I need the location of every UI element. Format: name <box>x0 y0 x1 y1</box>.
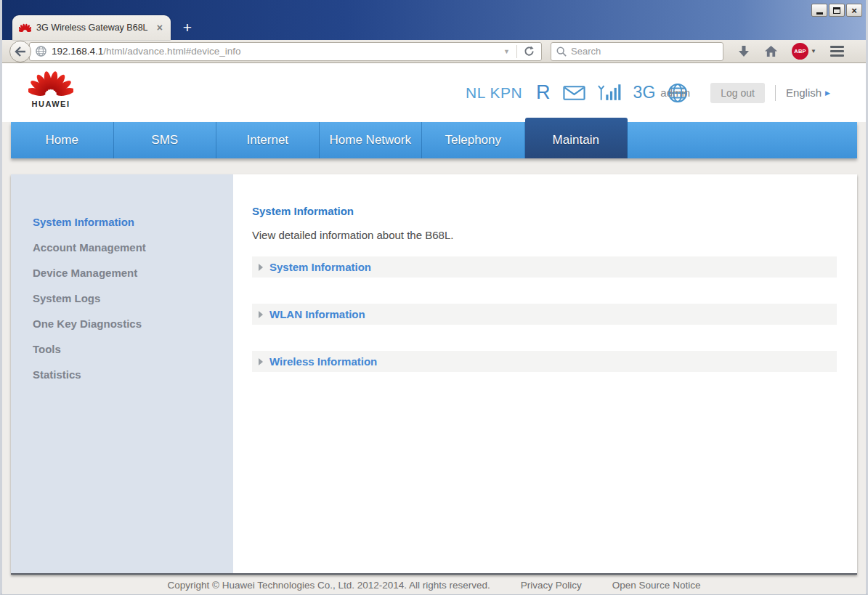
accordion-label: WLAN Information <box>269 308 365 320</box>
main-navigation: Home SMS Internet Home Network Telephony… <box>11 122 857 158</box>
language-label: English <box>786 86 822 99</box>
accordion-label: Wireless Information <box>269 355 377 368</box>
close-icon: × <box>851 7 857 15</box>
search-box[interactable] <box>551 42 723 61</box>
address-bar[interactable]: 192.168.4.1/html/advance.html#device_inf… <box>29 42 542 61</box>
accordion-wireless-information[interactable]: Wireless Information <box>252 351 837 372</box>
maximize-button[interactable] <box>829 4 845 17</box>
adblock-caret-icon: ▼ <box>811 48 816 54</box>
nav-item-home[interactable]: Home <box>11 122 114 158</box>
nav-item-sms[interactable]: SMS <box>114 122 217 158</box>
page-footer: Copyright © Huawei Technologies Co., Ltd… <box>2 575 866 595</box>
downloads-button[interactable] <box>737 45 750 58</box>
signal-strength-icon <box>598 84 621 102</box>
sidebar-item-system-logs[interactable]: System Logs <box>11 286 233 311</box>
adblock-button[interactable]: ABP ▼ <box>792 43 816 60</box>
minimize-icon <box>816 12 823 15</box>
accordion-system-information[interactable]: System Information <box>252 256 837 278</box>
favicon-huawei-icon <box>19 23 31 32</box>
back-button[interactable] <box>9 41 31 62</box>
site-header: HUAWEI NL KPN R <box>2 63 866 122</box>
sidebar-item-statistics[interactable]: Statistics <box>11 362 233 387</box>
new-tab-button[interactable]: + <box>177 17 198 38</box>
home-button[interactable] <box>764 45 778 57</box>
minimize-button[interactable] <box>811 4 827 17</box>
chevron-right-icon <box>259 264 263 271</box>
chevron-right-icon <box>259 358 263 365</box>
close-button[interactable]: × <box>846 4 862 17</box>
back-arrow-icon <box>15 46 26 57</box>
download-icon <box>737 45 750 58</box>
maximize-icon <box>833 7 840 14</box>
logout-button[interactable]: Log out <box>710 83 765 103</box>
sidebar-item-account-management[interactable]: Account Management <box>11 235 233 260</box>
status-indicators: NL KPN R 3G <box>466 63 688 122</box>
reload-icon <box>524 46 535 57</box>
content-area: System Information Account Management De… <box>11 174 857 575</box>
nav-item-telephony[interactable]: Telephony <box>422 122 525 158</box>
privacy-policy-link[interactable]: Privacy Policy <box>521 580 582 591</box>
huawei-wordmark: HUAWEI <box>28 100 74 108</box>
adblock-badge: ABP <box>792 43 808 60</box>
copyright-text: Copyright © Huawei Technologies Co., Ltd… <box>168 580 490 591</box>
nav-item-home-network[interactable]: Home Network <box>320 122 423 158</box>
tab-title: 3G Wireless Gateway B68L <box>36 23 155 33</box>
nav-item-maintain[interactable]: Maintain <box>525 118 628 158</box>
network-mode-label: 3G <box>633 83 656 102</box>
hamburger-icon <box>830 46 844 57</box>
navigation-toolbar: 192.168.4.1/html/advance.html#device_inf… <box>2 40 866 63</box>
page-title: System Information <box>252 205 837 217</box>
account-area: admin Log out English ▶ <box>660 63 830 122</box>
site-globe-icon <box>36 46 46 57</box>
url-history-dropdown-icon[interactable]: ▼ <box>497 48 516 55</box>
page-description: View detailed information about the B68L… <box>252 229 837 241</box>
sidebar-item-one-key-diagnostics[interactable]: One Key Diagnostics <box>11 311 233 336</box>
url-text: 192.168.4.1/html/advance.html#device_inf… <box>52 46 240 57</box>
web-page: HUAWEI NL KPN R <box>2 63 866 594</box>
accordion-label: System Information <box>269 261 371 273</box>
browser-tab[interactable]: 3G Wireless Gateway B68L × <box>12 15 171 40</box>
sms-envelope-icon <box>563 85 585 101</box>
sidebar-item-tools[interactable]: Tools <box>11 336 233 362</box>
browser-window: × 3G Wireless Gateway B68L × + <box>0 0 868 595</box>
home-icon <box>764 45 778 57</box>
accordion-wlan-information[interactable]: WLAN Information <box>252 304 837 325</box>
sidebar: System Information Account Management De… <box>11 174 233 573</box>
titlebar: × 3G Wireless Gateway B68L × + <box>2 0 866 40</box>
menu-button[interactable] <box>830 46 844 57</box>
chevron-right-icon <box>259 311 263 318</box>
url-path: /html/advance.html#device_info <box>103 46 240 57</box>
nav-item-internet[interactable]: Internet <box>216 122 320 158</box>
language-selector[interactable]: English ▶ <box>786 86 830 99</box>
username-label: admin <box>660 86 690 99</box>
sidebar-item-device-management[interactable]: Device Management <box>11 260 233 286</box>
account-divider <box>775 85 776 101</box>
huawei-flower-icon <box>28 70 73 96</box>
open-source-notice-link[interactable]: Open Source Notice <box>612 580 701 591</box>
tab-close-icon[interactable]: × <box>155 22 164 33</box>
search-input[interactable] <box>571 46 702 57</box>
roaming-indicator: R <box>536 81 551 104</box>
window-controls: × <box>811 4 862 17</box>
reload-button[interactable] <box>517 46 541 57</box>
search-icon <box>556 46 567 57</box>
main-panel: System Information View detailed informa… <box>233 174 857 573</box>
language-arrow-icon: ▶ <box>825 89 830 97</box>
huawei-logo: HUAWEI <box>28 70 74 108</box>
url-host: 192.168.4.1 <box>52 46 103 57</box>
sidebar-item-system-information[interactable]: System Information <box>11 209 233 235</box>
network-operator-label: NL KPN <box>466 84 522 102</box>
